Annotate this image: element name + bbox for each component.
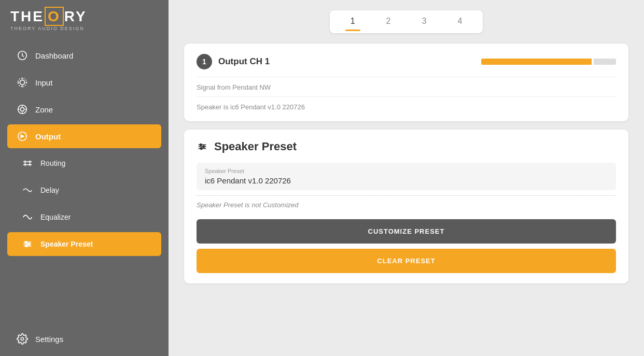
output-icon <box>17 131 28 142</box>
channel-tabs: 1 2 3 4 <box>184 10 628 33</box>
sidebar-item-input[interactable]: Input <box>7 70 161 94</box>
sidebar-item-equalizer[interactable]: Equalizer <box>7 205 161 229</box>
speaker-preset-card: Speaker Preset Speaker Preset ic6 Pendan… <box>184 130 628 283</box>
sidebar-item-label: Zone <box>35 105 53 114</box>
output-signal-source: Signal from Pendant NW <box>197 77 616 91</box>
output-header: 1 Output CH 1 <box>197 54 616 69</box>
zone-icon <box>17 104 28 115</box>
tab-3[interactable]: 3 <box>417 15 432 29</box>
delay-icon <box>22 184 33 196</box>
sidebar-item-label: Speaker Preset <box>40 240 93 248</box>
sidebar-item-delay[interactable]: Delay <box>7 178 161 202</box>
sidebar-item-label: Settings <box>35 335 63 344</box>
routing-icon <box>22 158 33 169</box>
sidebar-item-label: Output <box>35 132 61 141</box>
sidebar-item-label: Dashboard <box>35 51 73 60</box>
sidebar-nav: Dashboard Input Zone Output <box>0 38 169 356</box>
preset-status: Speaker Preset is not Customized <box>197 201 616 209</box>
output-title-group: 1 Output CH 1 <box>197 54 270 69</box>
svg-point-13 <box>25 241 27 244</box>
preset-separator <box>197 195 616 196</box>
output-card: 1 Output CH 1 Signal from Pendant NW Spe… <box>184 44 628 121</box>
output-title: Output CH 1 <box>218 56 270 67</box>
sidebar-item-label: Equalizer <box>40 213 71 221</box>
preset-field-value: ic6 Pendant v1.0 220726 <box>205 176 608 185</box>
input-icon <box>17 77 28 88</box>
svg-point-21 <box>203 146 205 148</box>
sidebar-item-label: Delay <box>40 186 59 194</box>
svg-point-16 <box>21 337 24 340</box>
sidebar: THEORY THEORY AUDIO DESIGN Dashboard Inp… <box>0 0 169 356</box>
preset-field-label: Speaker Preset <box>205 168 608 174</box>
logo: THEORY THEORY AUDIO DESIGN <box>0 0 169 38</box>
sidebar-item-dashboard[interactable]: Dashboard <box>7 44 161 67</box>
channel-badge: 1 <box>197 54 212 69</box>
speaker-preset-section-icon <box>197 141 208 152</box>
sidebar-item-routing[interactable]: Routing <box>7 151 161 175</box>
level-bar <box>481 59 616 65</box>
clear-preset-button[interactable]: CLEAR PRESET <box>197 249 616 273</box>
output-speaker-info: Speaker is ic6 Pendant v1.0 220726 <box>197 96 616 111</box>
tab-1[interactable]: 1 <box>345 15 360 29</box>
preset-header: Speaker Preset <box>197 140 616 153</box>
logo-subtitle: THEORY AUDIO DESIGN <box>10 26 85 31</box>
sidebar-item-label: Input <box>35 78 52 87</box>
sidebar-item-speaker-preset[interactable]: Speaker Preset <box>7 232 161 256</box>
svg-point-22 <box>200 148 202 150</box>
speaker-preset-icon <box>22 238 33 250</box>
tab-2[interactable]: 2 <box>381 15 396 29</box>
level-bar-fill <box>481 59 592 65</box>
preset-section-title: Speaker Preset <box>214 140 297 153</box>
sidebar-item-label: Routing <box>40 159 65 167</box>
clock-icon <box>17 50 28 61</box>
svg-point-14 <box>28 243 30 245</box>
preset-field: Speaker Preset ic6 Pendant v1.0 220726 <box>197 163 616 190</box>
main-content: 1 2 3 4 1 Output CH 1 Signal from Pe <box>169 0 644 356</box>
svg-point-15 <box>25 245 27 247</box>
svg-point-1 <box>20 80 24 84</box>
settings-icon <box>17 333 28 345</box>
svg-point-4 <box>20 107 24 111</box>
sidebar-item-settings[interactable]: Settings <box>7 327 161 351</box>
level-bar-empty <box>594 59 616 65</box>
equalizer-icon <box>22 211 33 223</box>
customize-preset-button[interactable]: CUSTOMIZE PRESET <box>197 219 616 244</box>
sidebar-item-zone[interactable]: Zone <box>7 97 161 121</box>
sidebar-item-output[interactable]: Output <box>7 124 161 148</box>
svg-point-20 <box>200 144 202 146</box>
svg-point-2 <box>18 78 27 87</box>
tabs-container: 1 2 3 4 <box>330 10 483 33</box>
logo-text: THEORY <box>10 9 87 24</box>
tab-4[interactable]: 4 <box>452 15 467 29</box>
